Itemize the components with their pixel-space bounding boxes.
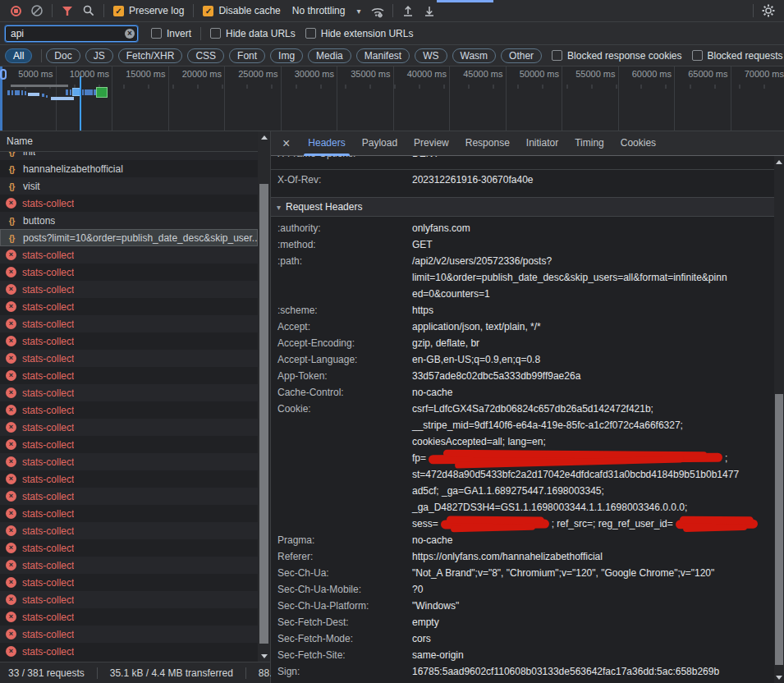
search-button[interactable] — [78, 2, 99, 20]
scrollbar-thumb[interactable] — [775, 394, 783, 665]
hide-extension-urls-checkbox[interactable]: Hide extension URLs — [305, 28, 414, 39]
export-har-button[interactable] — [419, 2, 440, 20]
type-chip[interactable]: Img — [270, 48, 303, 63]
request-row[interactable]: × stats-collect — [0, 626, 258, 643]
type-chip[interactable]: JS — [85, 48, 113, 63]
timeline-tick-label: 15000 ms — [112, 66, 169, 131]
request-row[interactable]: × stats-collect — [0, 384, 258, 401]
request-row[interactable]: × stats-collect — [0, 195, 258, 212]
blocked-filter-checkbox[interactable]: Blocked response cookies — [552, 50, 681, 62]
close-details-button[interactable]: × — [282, 137, 290, 150]
request-row[interactable]: × stats-collect — [0, 264, 258, 281]
type-chip[interactable]: Font — [229, 48, 265, 63]
request-list-scrollbar[interactable] — [258, 131, 270, 662]
type-chip[interactable]: WS — [415, 48, 447, 63]
request-row[interactable]: × stats-collect — [0, 557, 258, 574]
clear-log-button[interactable] — [26, 2, 48, 20]
request-row[interactable]: × stats-collect — [0, 470, 258, 488]
request-name: stats-collect — [22, 319, 74, 330]
type-chip[interactable]: Manifest — [356, 48, 410, 63]
request-row[interactable]: × stats-collect — [0, 608, 258, 626]
type-chip[interactable]: Doc — [46, 48, 80, 63]
timeline-ruler: 5000 ms 10000 ms 15000 ms 20000 ms 25000… — [0, 66, 784, 131]
blocked-filter-checkbox[interactable]: Blocked requests — [692, 50, 783, 62]
request-row[interactable]: × stats-collect — [0, 281, 258, 298]
funnel-icon — [62, 6, 73, 16]
timeline-tick-label: 40000 ms — [394, 66, 451, 131]
import-har-button[interactable] — [397, 2, 419, 20]
type-chip[interactable]: Media — [308, 48, 351, 63]
request-row[interactable]: × stats-collect — [0, 453, 258, 470]
request-row[interactable]: × stats-collect — [0, 488, 258, 505]
details-tab[interactable]: Headers — [300, 131, 353, 156]
request-row[interactable]: × stats-collect — [0, 643, 258, 660]
request-row[interactable]: × stats-collect — [0, 505, 258, 522]
network-overview-timeline[interactable]: 5000 ms 10000 ms 15000 ms 20000 ms 25000… — [0, 66, 784, 131]
scroll-up-button[interactable] — [774, 156, 784, 167]
type-chip[interactable]: Fetch/XHR — [118, 48, 183, 63]
throttling-select[interactable]: No throttling ▾ — [292, 5, 361, 16]
request-row[interactable]: × stats-collect — [0, 522, 258, 539]
request-row[interactable]: × stats-collect — [0, 574, 258, 591]
header-value: DENY — [412, 156, 774, 162]
request-name: stats-collect — [22, 525, 74, 537]
request-row[interactable]: × stats-collect — [0, 591, 258, 608]
header-name: :path: — [271, 253, 412, 302]
resource-type-icon: × — [6, 612, 16, 622]
request-row[interactable]: × stats-collect — [0, 419, 258, 436]
filter-toggle-button[interactable] — [57, 2, 78, 20]
request-headers-section-header[interactable]: ▾ Request Headers — [271, 197, 774, 217]
type-chip[interactable]: CSS — [187, 48, 224, 63]
type-chip[interactable]: Wasm — [452, 48, 497, 63]
details-tab[interactable]: Initiator — [518, 131, 566, 156]
header-row: :scheme: https — [271, 302, 774, 319]
request-row[interactable]: {} posts?limit=10&order=publish_date_des… — [0, 229, 258, 246]
record-toggle-button[interactable] — [5, 2, 26, 20]
hide-data-urls-checkbox[interactable]: Hide data URLs — [210, 28, 296, 39]
details-tab[interactable]: Response — [457, 131, 518, 156]
request-name: stats-collect — [22, 353, 74, 364]
resource-type-icon: × — [6, 508, 16, 519]
details-tab[interactable]: Payload — [354, 131, 406, 156]
preserve-log-checkbox[interactable]: ✓ Preserve log — [113, 5, 184, 16]
header-row: Accept: application/json, text/plain, */… — [271, 319, 774, 335]
filter-input[interactable] — [5, 25, 138, 42]
toolbar-divider — [52, 4, 53, 17]
request-row[interactable]: × stats-collect — [0, 350, 258, 367]
request-row[interactable]: × stats-collect — [0, 436, 258, 453]
request-row[interactable]: × stats-collect — [0, 298, 258, 315]
request-row[interactable]: {} buttons — [0, 212, 258, 229]
type-chip-all[interactable]: All — [5, 48, 32, 63]
details-tab[interactable]: Preview — [406, 131, 457, 156]
checkbox-unchecked-icon — [210, 28, 221, 39]
disable-cache-checkbox[interactable]: ✓ Disable cache — [203, 5, 280, 16]
request-row[interactable]: × stats-collect — [0, 315, 258, 332]
checkbox-unchecked-icon — [552, 50, 562, 61]
resource-type-icon: × — [6, 405, 16, 415]
scrollbar-thumb[interactable] — [259, 184, 268, 644]
scroll-down-button[interactable] — [258, 650, 270, 662]
network-conditions-button[interactable] — [367, 2, 388, 20]
name-column-header[interactable]: Name — [0, 131, 270, 152]
request-row[interactable]: {} init — [0, 152, 258, 160]
request-name: visit — [23, 181, 40, 192]
devtools-settings-button[interactable] — [758, 2, 779, 20]
details-tab[interactable]: Timing — [566, 131, 612, 156]
resource-type-icon: × — [6, 577, 16, 588]
scroll-down-button[interactable] — [774, 672, 784, 683]
header-value: 1703636799438 — [412, 680, 774, 683]
details-scrollbar[interactable] — [774, 156, 784, 683]
request-row[interactable]: × stats-collect — [0, 246, 258, 264]
type-chip[interactable]: Other — [501, 48, 542, 63]
clear-filter-icon[interactable]: × — [125, 29, 135, 39]
request-row[interactable]: × stats-collect — [0, 367, 258, 384]
invert-checkbox[interactable]: Invert — [151, 28, 191, 39]
details-tab[interactable]: Cookies — [612, 131, 664, 156]
request-row[interactable]: × stats-collect — [0, 539, 258, 557]
request-row[interactable]: {} hannahelizabethofficial — [0, 160, 258, 177]
request-row[interactable]: {} visit — [0, 177, 258, 195]
request-row[interactable]: × stats-collect — [0, 332, 258, 350]
scroll-up-button[interactable] — [258, 131, 270, 143]
request-row[interactable]: × stats-collect — [0, 401, 258, 419]
request-name: stats-collect — [22, 646, 74, 658]
